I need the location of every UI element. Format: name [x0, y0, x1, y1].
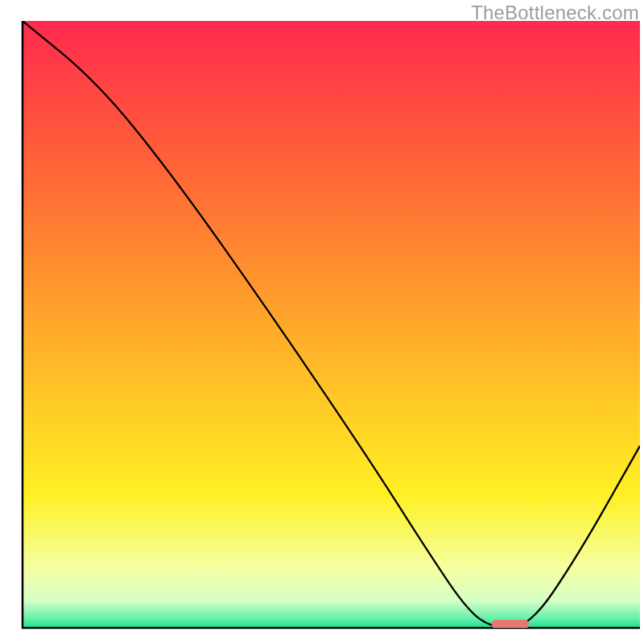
optimum-marker — [492, 620, 529, 629]
watermark-text: TheBottleneck.com — [471, 2, 639, 24]
gradient-background — [23, 21, 640, 628]
chart-container: TheBottleneck.com — [0, 0, 644, 644]
plot-svg — [0, 0, 644, 644]
